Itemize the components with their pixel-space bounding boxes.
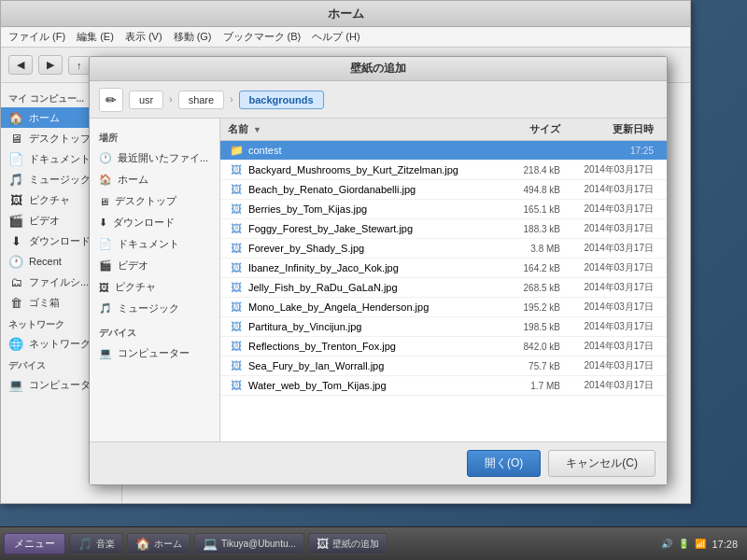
fm-menu-view[interactable]: 表示 (V)	[125, 30, 162, 44]
file-size: 3.8 MB	[486, 244, 560, 254]
taskbar-app-wallpaper[interactable]: 🖼 壁紙の追加	[308, 533, 388, 554]
volume-icon[interactable]: 🔊	[661, 539, 672, 549]
file-list-header: 名前 ▼ サイズ 更新日時	[220, 119, 667, 141]
file-name: Forever_by_Shady_S.jpg	[248, 243, 486, 254]
taskbar-app-music-label: 音楽	[96, 538, 115, 551]
file-date: 2014年03月17日	[560, 281, 654, 294]
file-name: Reflections_by_Trenton_Fox.jpg	[248, 341, 486, 352]
file-date: 2014年03月17日	[560, 301, 654, 314]
breadcrumb-usr[interactable]: usr	[129, 91, 163, 109]
back-button[interactable]: ◀	[8, 55, 33, 75]
dialog-sidebar-pictures[interactable]: 🖼ピクチャ	[90, 276, 219, 298]
fm-menu-help[interactable]: ヘルプ (H)	[312, 30, 359, 44]
home-app-icon: 🏠	[135, 537, 150, 551]
taskbar-app-music[interactable]: 🎵 音楽	[69, 533, 123, 554]
file-size: 195.2 kB	[486, 302, 560, 313]
image-icon: 🖼	[228, 340, 245, 353]
dialog-sidebar-downloads[interactable]: ⬇ダウンロード	[90, 212, 219, 233]
dialog-sidebar-desktop[interactable]: 🖥デスクトップ	[90, 190, 219, 212]
fm-title: ホーム	[328, 6, 364, 22]
breadcrumb-share[interactable]: share	[178, 91, 225, 109]
taskbar-app-terminal-label: Tikuya@Ubuntu...	[221, 539, 296, 549]
edit-path-button[interactable]: ✏	[99, 88, 123, 112]
file-row-contest[interactable]: 📁 contest 17:25	[220, 141, 667, 161]
file-name: Foggy_Forest_by_Jake_Stewart.jpg	[248, 223, 486, 234]
file-size: 218.4 kB	[486, 165, 560, 175]
file-date: 2014年03月17日	[560, 261, 654, 274]
fm-menubar[interactable]: ファイル (F) 編集 (E) 表示 (V) 移動 (G) ブックマーク (B)…	[1, 27, 690, 48]
wallpaper-app-icon: 🖼	[317, 537, 329, 551]
file-row-5[interactable]: 🖼 Forever_by_Shady_S.jpg 3.8 MB 2014年03月…	[220, 239, 667, 259]
file-row-9[interactable]: 🖼 Partitura_by_Vincijun.jpg 198.5 kB 201…	[220, 317, 667, 337]
dialog-sidebar-home[interactable]: 🏠ホーム	[90, 169, 219, 190]
image-icon: 🖼	[228, 183, 245, 196]
file-list[interactable]: 📁 contest 17:25 🖼 Backyard_Mushrooms_by_…	[220, 141, 667, 441]
dialog-sidebar-video[interactable]: 🎬ビデオ	[90, 255, 219, 276]
dialog-sidebar-section-places: 場所	[90, 124, 219, 147]
col-header-size[interactable]: サイズ	[486, 122, 560, 136]
image-icon: 🖼	[228, 301, 245, 314]
cancel-button[interactable]: キャンセル(C)	[548, 450, 655, 477]
file-name: Beach_by_Renato_Giordanabelli.jpg	[248, 184, 486, 195]
dialog-add-wallpaper: 壁紙の追加 ✏ usr › share › backgrounds 場所 🕐最近…	[89, 56, 668, 485]
file-size: 165.1 kB	[486, 204, 560, 215]
taskbar-right: 🔊 🔋 📶 17:28	[661, 539, 743, 550]
file-date: 2014年03月17日	[560, 242, 654, 255]
file-row-4[interactable]: 🖼 Foggy_Forest_by_Jake_Stewart.jpg 188.3…	[220, 219, 667, 239]
dialog-titlebar: 壁紙の追加	[90, 57, 667, 81]
dialog-toolbar: ✏ usr › share › backgrounds	[90, 81, 667, 119]
file-row-12[interactable]: 🖼 Water_web_by_Tom_Kijas.jpg 1.7 MB 2014…	[220, 376, 667, 396]
forward-button[interactable]: ▶	[38, 55, 63, 75]
file-row-11[interactable]: 🖼 Sea_Fury_by_Ian_Worrall.jpg 75.7 kB 20…	[220, 357, 667, 376]
breadcrumb-sep1: ›	[169, 94, 172, 105]
image-icon: 🖼	[228, 222, 245, 235]
breadcrumb-backgrounds[interactable]: backgrounds	[239, 91, 324, 109]
file-date: 2014年03月17日	[560, 359, 654, 372]
breadcrumb-sep2: ›	[230, 94, 233, 105]
taskbar-menu-button[interactable]: メニュー	[4, 533, 65, 554]
taskbar-app-terminal[interactable]: 💻 Tikuya@Ubuntu...	[194, 533, 304, 554]
dialog-footer: 開く(O) キャンセル(C)	[90, 441, 667, 484]
image-icon: 🖼	[228, 281, 245, 294]
fm-menu-edit[interactable]: 編集 (E)	[77, 30, 114, 44]
dialog-sidebar-section-devices: デバイス	[90, 319, 219, 343]
taskbar-app-home-label: ホーム	[154, 538, 182, 551]
image-icon: 🖼	[228, 242, 245, 255]
dialog-sidebar-documents[interactable]: 📄ドキュメント	[90, 233, 219, 255]
file-date: 2014年03月17日	[560, 379, 654, 392]
image-icon: 🖼	[228, 379, 245, 392]
file-row-8[interactable]: 🖼 Mono_Lake_by_Angela_Henderson.jpg 195.…	[220, 298, 667, 317]
terminal-app-icon: 💻	[203, 537, 218, 551]
fm-menu-file[interactable]: ファイル (F)	[8, 30, 65, 44]
taskbar-app-home[interactable]: 🏠 ホーム	[127, 533, 190, 554]
file-name: Sea_Fury_by_Ian_Worrall.jpg	[248, 360, 486, 371]
dialog-sidebar-music[interactable]: 🎵ミュージック	[90, 298, 219, 319]
dialog-main: 名前 ▼ サイズ 更新日時 📁 contest 17:25 🖼 Backyard…	[220, 119, 667, 441]
col-header-name[interactable]: 名前 ▼	[228, 122, 486, 136]
up-button[interactable]: ↑	[68, 56, 91, 75]
file-size: 268.5 kB	[486, 283, 560, 293]
file-date: 2014年03月17日	[560, 222, 654, 235]
file-row-1[interactable]: 🖼 Backyard_Mushrooms_by_Kurt_Zitzelman.j…	[220, 161, 667, 180]
dialog-sidebar-recent[interactable]: 🕐最近開いたファイ...	[90, 147, 219, 169]
file-name: Ibanez_Infinity_by_Jaco_Kok.jpg	[248, 262, 486, 273]
fm-menu-bookmark[interactable]: ブックマーク (B)	[223, 30, 302, 44]
file-name: Backyard_Mushrooms_by_Kurt_Zitzelman.jpg	[248, 164, 486, 175]
file-row-2[interactable]: 🖼 Beach_by_Renato_Giordanabelli.jpg 494.…	[220, 180, 667, 200]
file-name: contest	[248, 145, 486, 156]
file-size: 198.5 kB	[486, 322, 560, 332]
file-row-6[interactable]: 🖼 Ibanez_Infinity_by_Jaco_Kok.jpg 164.2 …	[220, 259, 667, 278]
dialog-sidebar-computer[interactable]: 💻コンピューター	[90, 343, 219, 364]
file-row-10[interactable]: 🖼 Reflections_by_Trenton_Fox.jpg 842.0 k…	[220, 337, 667, 357]
file-row-7[interactable]: 🖼 Jelly_Fish_by_RaDu_GaLaN.jpg 268.5 kB …	[220, 278, 667, 298]
file-name: Jelly_Fish_by_RaDu_GaLaN.jpg	[248, 282, 486, 293]
file-name: Water_web_by_Tom_Kijas.jpg	[248, 380, 486, 391]
fm-titlebar: ホーム	[1, 1, 690, 27]
open-button[interactable]: 開く(O)	[467, 450, 541, 477]
file-row-3[interactable]: 🖼 Berries_by_Tom_Kijas.jpg 165.1 kB 2014…	[220, 200, 667, 219]
image-icon: 🖼	[228, 203, 245, 216]
file-name: Partitura_by_Vincijun.jpg	[248, 321, 486, 332]
fm-menu-go[interactable]: 移動 (G)	[174, 30, 212, 44]
image-icon: 🖼	[228, 261, 245, 274]
col-header-date[interactable]: 更新日時	[560, 122, 654, 136]
